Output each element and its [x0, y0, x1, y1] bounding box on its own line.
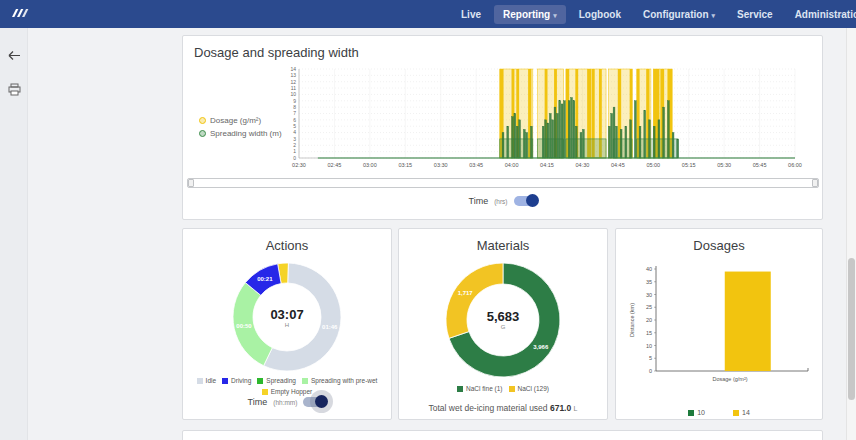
print-button[interactable]: [0, 76, 28, 102]
svg-text:5: 5: [649, 355, 652, 361]
svg-text:3: 3: [293, 136, 296, 142]
legend-dot-icon: [199, 130, 206, 137]
svg-text:1,717: 1,717: [458, 290, 474, 296]
svg-text:30: 30: [646, 292, 652, 298]
svg-text:02:30: 02:30: [292, 162, 306, 168]
svg-text:8: 8: [293, 104, 296, 110]
svg-text:3,966: 3,966: [533, 344, 549, 350]
svg-text:Dosage (g/m²): Dosage (g/m²): [712, 376, 747, 382]
svg-text:10: 10: [290, 91, 296, 97]
actions-donut-wrap: 01:4600:5000:21: [183, 261, 391, 373]
toggle-label: Time: [468, 196, 488, 206]
legend-label: 14: [742, 409, 750, 416]
svg-text:02:45: 02:45: [328, 162, 342, 168]
svg-text:35: 35: [646, 279, 652, 285]
svg-text:05:15: 05:15: [682, 162, 696, 168]
svg-text:03:45: 03:45: [469, 162, 483, 168]
svg-text:13: 13: [290, 72, 296, 78]
materials-card: Materials 3,9661,717 5,683 G NaCl fine (…: [398, 228, 608, 420]
legend-item[interactable]: Empty Hopper: [262, 387, 313, 397]
time-range-slider[interactable]: [187, 178, 819, 188]
nav-item-reporting[interactable]: Reporting▾: [494, 5, 566, 24]
dosages-card: Dosages 0510152025303540Distance (km)Dos…: [615, 228, 823, 420]
svg-text:20: 20: [646, 317, 652, 323]
actions-donut-chart: 01:4600:5000:21: [231, 261, 343, 373]
svg-text:1: 1: [293, 148, 296, 154]
legend-swatch-icon: [302, 378, 308, 384]
svg-text:04:45: 04:45: [611, 162, 625, 168]
legend-item[interactable]: Driving: [222, 376, 251, 386]
legend-item[interactable]: Spreading: [257, 376, 296, 386]
time-unit-toggle-row: Time (hrs): [183, 196, 822, 206]
toggle-unit: (hrs): [494, 198, 507, 205]
nav-item-administration[interactable]: Administration: [786, 5, 856, 24]
legend-swatch-icon: [509, 386, 515, 392]
nav-overflow-caret-icon[interactable]: ⌄: [835, 10, 842, 19]
left-sidebar: [0, 28, 28, 440]
app-logo[interactable]: [9, 6, 35, 22]
slider-handle-right[interactable]: [812, 179, 818, 187]
actions-legend: IdleDrivingSpreadingSpreading with pre-w…: [183, 376, 391, 398]
svg-text:14: 14: [290, 66, 296, 72]
legend-label: Idle: [206, 376, 216, 386]
actions-time-toggle[interactable]: [303, 397, 326, 407]
legend-label: Driving: [231, 376, 251, 386]
svg-text:00:50: 00:50: [236, 323, 252, 329]
materials-legend: NaCl fine (1)NaCl (129): [399, 384, 607, 395]
legend-swatch-icon: [222, 378, 228, 384]
legend-swatch-icon: [688, 410, 694, 416]
legend-swatch-icon: [457, 386, 463, 392]
footer-unit: L: [574, 405, 578, 412]
main-navigation: LiveReporting▾LogbookConfiguration▾Servi…: [452, 5, 856, 24]
legend-label: Spreading with pre-wet: [311, 376, 377, 386]
legend-swatch-icon: [257, 378, 263, 384]
materials-donut-wrap: 3,9661,717: [399, 261, 607, 379]
svg-text:Distance (km): Distance (km): [629, 303, 635, 337]
toggle-unit: (hh:mm): [273, 399, 297, 406]
svg-text:04:00: 04:00: [505, 162, 519, 168]
svg-text:05:30: 05:30: [717, 162, 731, 168]
legend-item[interactable]: 14: [733, 409, 750, 416]
legend-item[interactable]: 10: [688, 409, 705, 416]
scrollbar-thumb[interactable]: [848, 258, 855, 400]
toggle-knob: [526, 194, 539, 207]
legend-item[interactable]: NaCl (129): [509, 384, 549, 394]
legend-dot-icon: [199, 117, 206, 124]
svg-text:6: 6: [293, 117, 296, 123]
legend-label: NaCl (129): [518, 384, 549, 394]
donut-slice-nacl-129-[interactable]: [446, 263, 503, 338]
legend-item[interactable]: Dosage (g/m²): [199, 116, 282, 125]
time-unit-toggle[interactable]: [514, 196, 537, 206]
svg-text:03:30: 03:30: [434, 162, 448, 168]
svg-text:12: 12: [290, 79, 296, 85]
legend-swatch-icon: [262, 389, 268, 395]
legend-label: Spreading width (m): [210, 129, 282, 138]
legend-item[interactable]: Idle: [197, 376, 216, 386]
svg-text:04:30: 04:30: [576, 162, 590, 168]
nav-item-configuration[interactable]: Configuration▾: [634, 5, 724, 24]
materials-footer: Total wet de-icing material used 671.0 L: [399, 403, 607, 413]
footer-text: Total wet de-icing material used: [429, 403, 548, 413]
dosages-legend: 1014: [616, 409, 822, 417]
dosages-bar-chart: 0510152025303540Distance (km)Dosage (g/m…: [624, 259, 816, 405]
legend-swatch-icon: [197, 378, 203, 384]
footer-value: 671.0: [550, 403, 571, 413]
slider-handle-left[interactable]: [188, 179, 194, 187]
nav-item-live[interactable]: Live: [452, 5, 490, 24]
legend-swatch-icon: [733, 410, 739, 416]
legend-item[interactable]: Spreading with pre-wet: [302, 376, 377, 386]
svg-text:15: 15: [646, 330, 652, 336]
legend-item[interactable]: NaCl fine (1): [457, 384, 502, 394]
svg-text:05:00: 05:00: [646, 162, 660, 168]
nav-item-logbook[interactable]: Logbook: [570, 5, 630, 24]
dosage-bar-14[interactable]: [725, 272, 771, 371]
svg-text:03:15: 03:15: [398, 162, 412, 168]
svg-text:03:00: 03:00: [363, 162, 377, 168]
back-button[interactable]: [0, 42, 28, 68]
nav-item-service[interactable]: Service: [728, 5, 782, 24]
next-card-partial: [182, 430, 823, 440]
legend-item[interactable]: Spreading width (m): [199, 129, 282, 138]
page-scrollbar[interactable]: [846, 28, 856, 440]
card-title: Actions: [183, 229, 391, 253]
top-navbar: LiveReporting▾LogbookConfiguration▾Servi…: [0, 0, 856, 28]
